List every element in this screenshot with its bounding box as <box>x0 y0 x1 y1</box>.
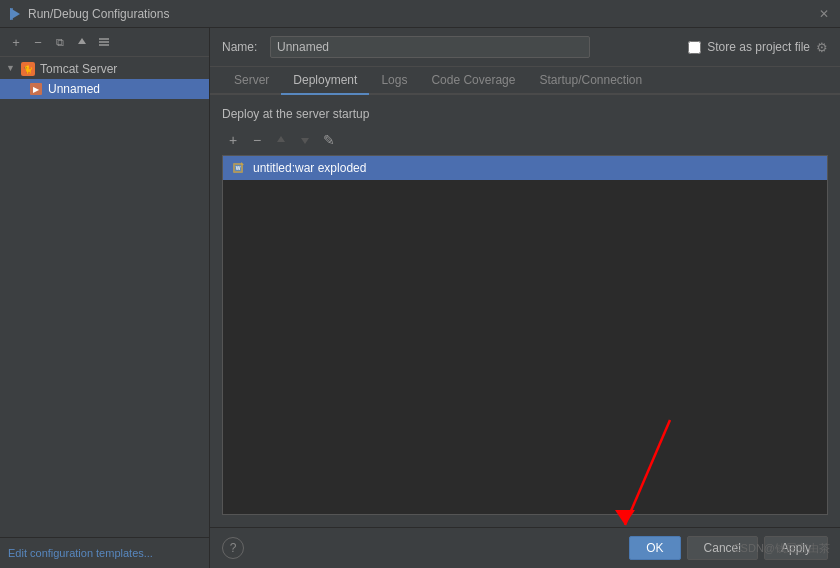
copy-config-button[interactable]: ⧉ <box>50 32 70 52</box>
add-config-button[interactable]: + <box>6 32 26 52</box>
tomcat-server-group[interactable]: ▼ 🐈 Tomcat Server <box>0 59 209 79</box>
svg-marker-13 <box>241 162 244 165</box>
tab-code-coverage[interactable]: Code Coverage <box>419 67 527 95</box>
store-as-project-label: Store as project file <box>707 40 810 54</box>
tab-logs[interactable]: Logs <box>369 67 419 95</box>
name-row: Name: Store as project file ⚙ <box>210 28 840 67</box>
dialog-title: Run/Debug Configurations <box>28 7 169 21</box>
name-input[interactable] <box>270 36 590 58</box>
svg-rect-1 <box>10 8 13 20</box>
svg-text:▶: ▶ <box>33 85 40 94</box>
tab-server[interactable]: Server <box>222 67 281 95</box>
sidebar-tree: ▼ 🐈 Tomcat Server ▶ Unnamed <box>0 57 209 537</box>
unnamed-config-item[interactable]: ▶ Unnamed <box>0 79 209 99</box>
tab-deployment[interactable]: Deployment <box>281 67 369 95</box>
tab-startup-connection[interactable]: Startup/Connection <box>527 67 654 95</box>
deploy-move-down-button[interactable] <box>294 129 316 151</box>
svg-marker-8 <box>277 136 285 142</box>
remove-config-button[interactable]: − <box>28 32 48 52</box>
sidebar-toolbar: + − ⧉ <box>0 28 209 57</box>
deploy-add-button[interactable]: + <box>222 129 244 151</box>
move-up-button[interactable] <box>72 32 92 52</box>
config-item-icon: ▶ <box>28 81 44 97</box>
run-debug-icon <box>8 7 22 21</box>
name-label: Name: <box>222 40 262 54</box>
tomcat-group-icon: 🐈 <box>20 61 36 77</box>
deploy-list: W untitled:war exploded <box>222 155 828 515</box>
deploy-edit-button[interactable]: ✎ <box>318 129 340 151</box>
content-panel: Name: Store as project file ⚙ Server Dep… <box>210 28 840 568</box>
sort-button[interactable] <box>94 32 114 52</box>
svg-marker-2 <box>78 38 86 44</box>
sidebar-footer: Edit configuration templates... <box>0 537 209 568</box>
svg-marker-9 <box>301 138 309 144</box>
deploy-move-up-button[interactable] <box>270 129 292 151</box>
deployment-tab-content: Deploy at the server startup + − ✎ <box>210 95 840 527</box>
apply-button[interactable]: Apply <box>764 536 828 560</box>
store-as-project-checkbox[interactable] <box>688 41 701 54</box>
title-bar: Run/Debug Configurations ✕ <box>0 0 840 28</box>
bottom-bar: ? OK Cancel Apply <box>210 527 840 568</box>
war-exploded-icon: W <box>231 160 247 176</box>
expand-icon: ▼ <box>6 63 18 75</box>
deploy-list-item[interactable]: W untitled:war exploded <box>223 156 827 180</box>
help-button[interactable]: ? <box>222 537 244 559</box>
close-button[interactable]: ✕ <box>816 6 832 22</box>
store-project-row: Store as project file ⚙ <box>688 40 828 55</box>
war-exploded-label: untitled:war exploded <box>253 161 366 175</box>
deploy-remove-button[interactable]: − <box>246 129 268 151</box>
ok-button[interactable]: OK <box>629 536 680 560</box>
deploy-toolbar: + − ✎ <box>222 129 828 151</box>
tomcat-server-label: Tomcat Server <box>40 62 117 76</box>
edit-templates-link[interactable]: Edit configuration templates... <box>8 547 153 559</box>
unnamed-item-label: Unnamed <box>48 82 100 96</box>
deploy-label: Deploy at the server startup <box>222 107 828 121</box>
store-gear-icon[interactable]: ⚙ <box>816 40 828 55</box>
sidebar: + − ⧉ ▼ <box>0 28 210 568</box>
main-layout: + − ⧉ ▼ <box>0 28 840 568</box>
svg-text:W: W <box>236 165 241 171</box>
tabs-bar: Server Deployment Logs Code Coverage Sta… <box>210 67 840 95</box>
cancel-button[interactable]: Cancel <box>687 536 758 560</box>
